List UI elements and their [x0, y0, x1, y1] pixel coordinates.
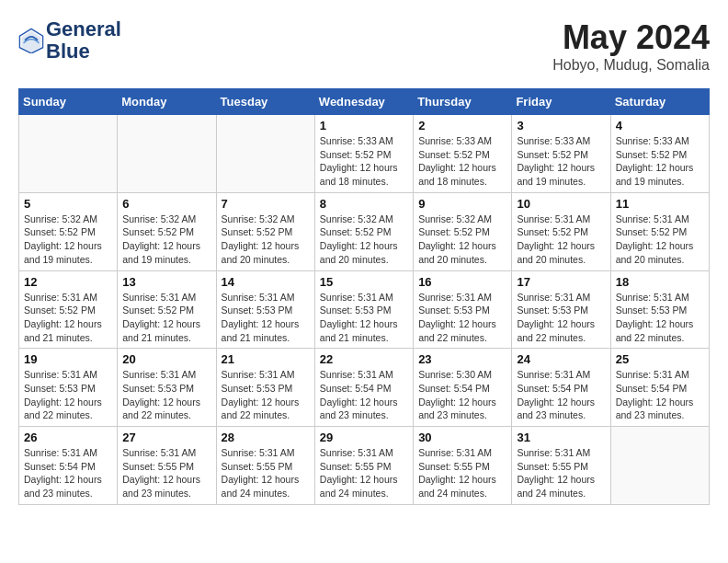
- day-number: 13: [122, 275, 210, 289]
- day-info: Sunrise: 5:31 AM Sunset: 5:54 PM Dayligh…: [320, 368, 408, 422]
- week-row-3: 12Sunrise: 5:31 AM Sunset: 5:52 PM Dayli…: [19, 270, 710, 349]
- day-info: Sunrise: 5:32 AM Sunset: 5:52 PM Dayligh…: [222, 213, 310, 267]
- calendar-cell: 28Sunrise: 5:31 AM Sunset: 5:55 PM Dayli…: [216, 427, 314, 505]
- calendar-cell: 21Sunrise: 5:31 AM Sunset: 5:53 PM Dayli…: [216, 349, 314, 427]
- day-info: Sunrise: 5:31 AM Sunset: 5:53 PM Dayligh…: [222, 291, 310, 345]
- day-number: 14: [222, 275, 310, 289]
- day-number: 6: [122, 197, 210, 211]
- calendar-cell: 16Sunrise: 5:31 AM Sunset: 5:53 PM Dayli…: [414, 270, 512, 349]
- weekday-header-wednesday: Wednesday: [314, 89, 413, 115]
- calendar-cell: [610, 427, 709, 505]
- day-number: 28: [222, 431, 310, 444]
- day-number: 31: [517, 431, 605, 444]
- weekday-header-friday: Friday: [512, 89, 610, 115]
- logo-blue: Blue: [46, 40, 90, 63]
- logo-general: General: [46, 17, 121, 40]
- week-row-4: 19Sunrise: 5:31 AM Sunset: 5:53 PM Dayli…: [19, 349, 710, 427]
- day-number: 17: [517, 275, 605, 289]
- day-info: Sunrise: 5:33 AM Sunset: 5:52 PM Dayligh…: [418, 134, 506, 189]
- day-number: 15: [320, 275, 408, 289]
- day-number: 22: [320, 352, 408, 366]
- day-info: Sunrise: 5:30 AM Sunset: 5:54 PM Dayligh…: [418, 368, 506, 422]
- day-number: 11: [616, 197, 704, 211]
- day-info: Sunrise: 5:31 AM Sunset: 5:54 PM Dayligh…: [24, 446, 112, 500]
- calendar-cell: 17Sunrise: 5:31 AM Sunset: 5:53 PM Dayli…: [512, 270, 610, 349]
- day-info: Sunrise: 5:31 AM Sunset: 5:53 PM Dayligh…: [222, 368, 310, 422]
- day-info: Sunrise: 5:31 AM Sunset: 5:54 PM Dayligh…: [517, 368, 605, 422]
- day-info: Sunrise: 5:31 AM Sunset: 5:55 PM Dayligh…: [418, 446, 506, 500]
- calendar-cell: 15Sunrise: 5:31 AM Sunset: 5:53 PM Dayli…: [314, 270, 413, 349]
- day-number: 12: [24, 275, 112, 289]
- day-number: 29: [320, 431, 408, 444]
- day-info: Sunrise: 5:31 AM Sunset: 5:54 PM Dayligh…: [616, 368, 704, 422]
- calendar-cell: 25Sunrise: 5:31 AM Sunset: 5:54 PM Dayli…: [610, 349, 709, 427]
- month-title: May 2024: [552, 18, 710, 57]
- day-info: Sunrise: 5:31 AM Sunset: 5:53 PM Dayligh…: [616, 291, 704, 345]
- calendar-cell: 11Sunrise: 5:31 AM Sunset: 5:52 PM Dayli…: [610, 192, 709, 270]
- calendar-cell: 24Sunrise: 5:31 AM Sunset: 5:54 PM Dayli…: [512, 349, 610, 427]
- day-info: Sunrise: 5:31 AM Sunset: 5:53 PM Dayligh…: [24, 368, 112, 422]
- calendar-cell: 1Sunrise: 5:33 AM Sunset: 5:52 PM Daylig…: [314, 115, 413, 193]
- title-area: May 2024 Hobyo, Mudug, Somalia: [552, 18, 710, 74]
- day-number: 10: [517, 197, 605, 211]
- day-number: 7: [222, 197, 310, 211]
- calendar-cell: 22Sunrise: 5:31 AM Sunset: 5:54 PM Dayli…: [314, 349, 413, 427]
- calendar-cell: 9Sunrise: 5:32 AM Sunset: 5:52 PM Daylig…: [414, 192, 512, 270]
- calendar-table: SundayMondayTuesdayWednesdayThursdayFrid…: [18, 88, 710, 505]
- calendar-cell: 26Sunrise: 5:31 AM Sunset: 5:54 PM Dayli…: [19, 427, 118, 505]
- logo: General Blue: [18, 18, 121, 63]
- calendar-cell: [118, 115, 216, 193]
- day-number: 30: [418, 431, 506, 444]
- page-header: General Blue May 2024 Hobyo, Mudug, Soma…: [18, 18, 710, 74]
- day-number: 16: [418, 275, 506, 289]
- day-info: Sunrise: 5:32 AM Sunset: 5:52 PM Dayligh…: [122, 213, 210, 267]
- day-info: Sunrise: 5:32 AM Sunset: 5:52 PM Dayligh…: [418, 213, 506, 267]
- weekday-header-thursday: Thursday: [414, 89, 512, 115]
- calendar-cell: 18Sunrise: 5:31 AM Sunset: 5:53 PM Dayli…: [610, 270, 709, 349]
- day-number: 2: [418, 119, 506, 132]
- day-number: 1: [320, 119, 408, 132]
- day-info: Sunrise: 5:31 AM Sunset: 5:53 PM Dayligh…: [122, 368, 210, 422]
- day-number: 3: [517, 119, 605, 132]
- logo-icon: [18, 28, 44, 53]
- weekday-header-row: SundayMondayTuesdayWednesdayThursdayFrid…: [19, 89, 710, 115]
- day-number: 21: [222, 352, 310, 366]
- day-info: Sunrise: 5:31 AM Sunset: 5:53 PM Dayligh…: [517, 291, 605, 345]
- day-number: 26: [24, 431, 112, 444]
- week-row-5: 26Sunrise: 5:31 AM Sunset: 5:54 PM Dayli…: [19, 427, 710, 505]
- calendar-cell: 27Sunrise: 5:31 AM Sunset: 5:55 PM Dayli…: [118, 427, 216, 505]
- day-info: Sunrise: 5:31 AM Sunset: 5:52 PM Dayligh…: [517, 213, 605, 267]
- weekday-header-tuesday: Tuesday: [216, 89, 314, 115]
- calendar-cell: 30Sunrise: 5:31 AM Sunset: 5:55 PM Dayli…: [414, 427, 512, 505]
- day-number: 18: [616, 275, 704, 289]
- day-info: Sunrise: 5:33 AM Sunset: 5:52 PM Dayligh…: [616, 134, 704, 189]
- calendar-cell: 31Sunrise: 5:31 AM Sunset: 5:55 PM Dayli…: [512, 427, 610, 505]
- calendar-cell: [216, 115, 314, 193]
- location-title: Hobyo, Mudug, Somalia: [552, 57, 710, 74]
- weekday-header-saturday: Saturday: [610, 89, 709, 115]
- day-number: 23: [418, 352, 506, 366]
- day-info: Sunrise: 5:31 AM Sunset: 5:53 PM Dayligh…: [320, 291, 408, 345]
- calendar-cell: 2Sunrise: 5:33 AM Sunset: 5:52 PM Daylig…: [414, 115, 512, 193]
- calendar-cell: 14Sunrise: 5:31 AM Sunset: 5:53 PM Dayli…: [216, 270, 314, 349]
- day-info: Sunrise: 5:31 AM Sunset: 5:55 PM Dayligh…: [222, 446, 310, 500]
- day-number: 8: [320, 197, 408, 211]
- calendar-cell: 8Sunrise: 5:32 AM Sunset: 5:52 PM Daylig…: [314, 192, 413, 270]
- day-info: Sunrise: 5:31 AM Sunset: 5:52 PM Dayligh…: [24, 291, 112, 345]
- day-number: 9: [418, 197, 506, 211]
- calendar-cell: 23Sunrise: 5:30 AM Sunset: 5:54 PM Dayli…: [414, 349, 512, 427]
- calendar-cell: 7Sunrise: 5:32 AM Sunset: 5:52 PM Daylig…: [216, 192, 314, 270]
- calendar-cell: 13Sunrise: 5:31 AM Sunset: 5:52 PM Dayli…: [118, 270, 216, 349]
- week-row-2: 5Sunrise: 5:32 AM Sunset: 5:52 PM Daylig…: [19, 192, 710, 270]
- day-info: Sunrise: 5:31 AM Sunset: 5:53 PM Dayligh…: [418, 291, 506, 345]
- day-number: 5: [24, 197, 112, 211]
- calendar-cell: 3Sunrise: 5:33 AM Sunset: 5:52 PM Daylig…: [512, 115, 610, 193]
- week-row-1: 1Sunrise: 5:33 AM Sunset: 5:52 PM Daylig…: [19, 115, 710, 193]
- calendar-cell: 5Sunrise: 5:32 AM Sunset: 5:52 PM Daylig…: [19, 192, 118, 270]
- calendar-cell: 6Sunrise: 5:32 AM Sunset: 5:52 PM Daylig…: [118, 192, 216, 270]
- weekday-header-monday: Monday: [118, 89, 216, 115]
- day-info: Sunrise: 5:31 AM Sunset: 5:52 PM Dayligh…: [122, 291, 210, 345]
- day-number: 4: [616, 119, 704, 132]
- day-info: Sunrise: 5:33 AM Sunset: 5:52 PM Dayligh…: [320, 134, 408, 189]
- day-number: 25: [616, 352, 704, 366]
